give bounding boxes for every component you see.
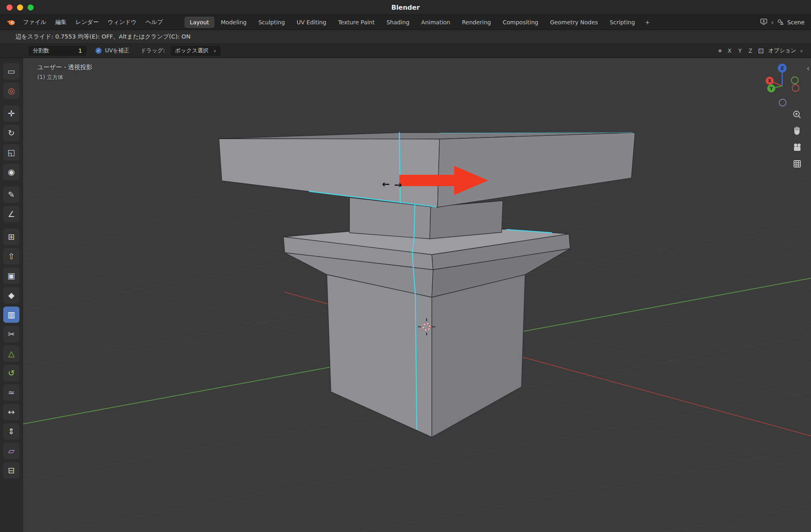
tool-loop-cut[interactable]: ▥	[3, 307, 19, 323]
tool-settings-bar: 分割数 1 ✓ UVを補正 ドラッグ: ボックス選択 ∨ ⌖ X Y Z ⊡ オ…	[0, 44, 811, 58]
tab-geometry-nodes[interactable]: Geometry Nodes	[545, 17, 603, 28]
minimize-button[interactable]	[17, 4, 23, 11]
knife-icon: ✂	[8, 330, 15, 338]
extrude-region-icon: ⇧	[8, 252, 15, 260]
tab-scripting[interactable]: Scripting	[605, 17, 640, 28]
menu-file[interactable]: ファイル	[19, 17, 51, 28]
drag-mode-dropdown[interactable]: ボックス選択 ∨	[171, 46, 221, 56]
tab-shading[interactable]: Shading	[381, 17, 415, 28]
tool-shear[interactable]: ▱	[3, 443, 19, 459]
tab-rendering[interactable]: Rendering	[457, 17, 496, 28]
operator-text: 辺をスライド: 0.7553 均等(E): OFF、Altまたはクランプ(C):…	[15, 33, 191, 41]
shrink-fatten-icon: ⇕	[8, 427, 15, 435]
window-title: Blender	[391, 4, 420, 11]
tab-modeling[interactable]: Modeling	[216, 17, 252, 28]
options-dropdown[interactable]: オプション ∨	[768, 47, 803, 54]
tool-cursor[interactable]: ◎	[3, 83, 19, 99]
menu-window[interactable]: ウィンドウ	[103, 17, 141, 28]
move-icon: ✛	[8, 109, 15, 118]
scale-icon: ◱	[8, 148, 15, 157]
tab-layout[interactable]: Layout	[185, 17, 215, 28]
svg-text:←: ←	[382, 179, 390, 189]
drag-mode-value: ボックス選択	[175, 47, 208, 54]
rip-region-icon: ⊟	[8, 466, 15, 474]
tab-uv-editing[interactable]: UV Editing	[292, 17, 332, 28]
tool-settings-right: ⌖ X Y Z ⊡ オプション ∨	[718, 47, 803, 54]
scene-icon	[777, 19, 783, 26]
cursor-target-icon[interactable]: ⌖	[718, 47, 722, 54]
sidebar-toggle-arrow[interactable]: ‹	[807, 64, 810, 72]
inset-faces-icon: ▣	[8, 272, 15, 280]
tool-edge-slide[interactable]: ↔	[3, 404, 19, 420]
subdivisions-label: 分割数	[33, 47, 49, 54]
correct-uv-checkbox[interactable]: ✓ UVを補正	[95, 47, 129, 54]
scene-selector[interactable]: Scene	[787, 19, 805, 26]
measure-icon: ∠	[8, 210, 15, 218]
tab-animation[interactable]: Animation	[416, 17, 455, 28]
tool-smooth[interactable]: ≈	[3, 384, 19, 401]
chevron-down-icon: ∨	[213, 49, 216, 53]
tool-spin[interactable]: ↺	[3, 365, 19, 381]
chevron-down-icon[interactable]: ∨	[771, 20, 774, 25]
tool-poly-build[interactable]: △	[3, 345, 19, 362]
tab-sculpting[interactable]: Sculpting	[253, 17, 290, 28]
subdivisions-value: 1	[78, 47, 82, 54]
workspace-screen-icon[interactable]	[760, 19, 767, 26]
snap-corners-icon[interactable]: ⊡	[758, 47, 764, 54]
transform-icon: ◉	[8, 168, 15, 176]
tool-rotate[interactable]: ↻	[3, 125, 19, 141]
axis-y-toggle[interactable]: Y	[737, 47, 743, 54]
tool-bevel[interactable]: ◆	[3, 287, 19, 303]
tab-compositing[interactable]: Compositing	[498, 17, 544, 28]
blender-window: { "window": { "title": "Blender", "traff…	[0, 0, 811, 532]
checkbox-check-icon: ✓	[95, 47, 102, 54]
tool-knife[interactable]: ✂	[3, 326, 19, 342]
tool-shrink-fatten[interactable]: ⇕	[3, 423, 19, 440]
axis-z-toggle[interactable]: Z	[747, 47, 753, 54]
loop-cut-icon: ▥	[8, 311, 15, 319]
app-menus: ファイル編集レンダーウィンドウヘルプ	[19, 17, 167, 28]
tool-add-cube[interactable]: ⊞	[3, 229, 19, 245]
topbar: ファイル編集レンダーウィンドウヘルプ LayoutModelingSculpti…	[0, 15, 811, 30]
tab-add-workspace[interactable]: +	[642, 17, 654, 28]
tool-measure[interactable]: ∠	[3, 206, 19, 222]
gizmo-x-neg-axis[interactable]	[792, 85, 799, 92]
topbar-right-cluster: ∨ Scene	[760, 19, 805, 26]
tool-rip-region[interactable]: ⊟	[3, 462, 19, 478]
pan-hand-icon-button[interactable]	[794, 127, 800, 135]
drag-label: ドラッグ:	[141, 47, 165, 54]
tool-extrude-region[interactable]: ⇧	[3, 248, 19, 264]
tool-move[interactable]: ✛	[3, 105, 19, 122]
gizmo-z-neg-axis[interactable]	[779, 99, 786, 106]
gizmo-x-label: X	[768, 78, 772, 84]
smooth-icon: ≈	[8, 388, 15, 397]
gizmo-z-label: Z	[781, 66, 784, 71]
annotate-icon: ✎	[8, 191, 15, 199]
edge-slide-icon: ↔	[8, 408, 15, 416]
menu-render[interactable]: レンダー	[71, 17, 103, 28]
zoom-button[interactable]	[28, 4, 34, 11]
tool-inset-faces[interactable]: ▣	[3, 268, 19, 284]
axis-x-toggle[interactable]: X	[727, 47, 733, 54]
gizmo-y-label: Y	[769, 86, 773, 91]
add-cube-icon: ⊞	[8, 233, 15, 241]
tool-select-box[interactable]: ▭	[3, 63, 19, 79]
blender-logo-icon[interactable]	[6, 19, 15, 26]
menu-help[interactable]: ヘルプ	[141, 17, 167, 28]
workspace-tabs: LayoutModelingSculptingUV EditingTexture…	[185, 17, 654, 28]
close-button[interactable]	[6, 4, 13, 11]
options-label: オプション	[768, 47, 796, 54]
viewport-canvas[interactable]: ← → Z X Y	[0, 58, 811, 532]
menu-edit[interactable]: 編集	[51, 17, 71, 28]
svg-text:→: →	[394, 180, 402, 190]
shear-icon: ▱	[8, 447, 14, 455]
subdivisions-slider[interactable]: 分割数 1	[28, 46, 86, 56]
tool-transform[interactable]: ◉	[3, 164, 19, 180]
tab-texture-paint[interactable]: Texture Paint	[333, 17, 380, 28]
gizmo-y-neg-axis[interactable]	[792, 77, 798, 84]
tool-scale[interactable]: ◱	[3, 144, 19, 161]
macos-titlebar: Blender	[0, 0, 811, 15]
toolbar: ▭◎✛↻◱◉✎∠⊞⇧▣◆▥✂△↺≈↔⇕▱⊟	[0, 58, 23, 532]
spin-icon: ↺	[8, 369, 15, 377]
tool-annotate[interactable]: ✎	[3, 187, 19, 203]
